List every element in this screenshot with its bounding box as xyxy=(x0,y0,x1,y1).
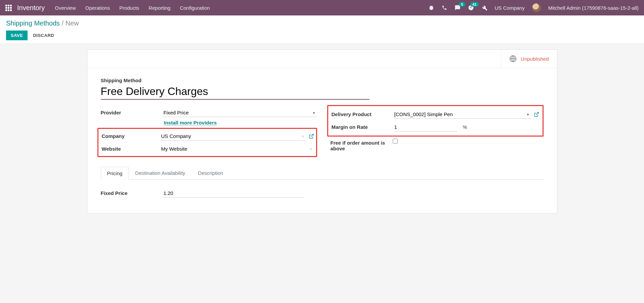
install-providers-link[interactable]: Install more Providers xyxy=(164,120,217,126)
breadcrumb-parent[interactable]: Shipping Methods xyxy=(6,19,60,27)
margin-label: Margin on Rate xyxy=(332,123,394,130)
avatar[interactable] xyxy=(532,3,541,12)
row-delivery-product: Delivery Product ▼ xyxy=(328,108,539,121)
messages-badge: 5 xyxy=(459,2,465,7)
delivery-product-label: Delivery Product xyxy=(332,110,394,117)
row-margin: Margin on Rate % xyxy=(328,121,539,134)
topbar-right: 5 41 US Company Mitchell Admin (17590876… xyxy=(428,3,639,12)
messages-icon[interactable]: 5 xyxy=(455,5,461,11)
control-panel: Shipping Methods / New SAVE DISCARD xyxy=(0,15,644,44)
activities-badge: 41 xyxy=(470,2,478,7)
left-column: Provider ▼ Install more Providers Compan… xyxy=(101,106,317,157)
row-fixed-price: Fixed Price xyxy=(101,187,544,200)
topbar: Inventory Overview Operations Products R… xyxy=(0,0,644,15)
website-select[interactable] xyxy=(161,145,314,153)
nav-overview[interactable]: Overview xyxy=(55,5,76,11)
phone-icon[interactable] xyxy=(442,5,447,10)
free-if-checkbox[interactable] xyxy=(393,139,398,144)
row-website: Website ▼ xyxy=(98,143,314,155)
fixed-price-label: Fixed Price xyxy=(101,189,163,196)
delivery-product-select[interactable] xyxy=(394,110,531,119)
sheet-header: Unpublished xyxy=(87,50,557,68)
sheet-wrap: Unpublished Shipping Method Provider ▼ xyxy=(0,44,644,227)
sheet-body: Shipping Method Provider ▼ Install xyxy=(87,68,557,213)
nav-menu: Overview Operations Products Reporting C… xyxy=(55,5,428,11)
tools-icon[interactable] xyxy=(481,5,487,11)
highlight-company-website: Company ▼ xyxy=(97,128,317,157)
provider-label: Provider xyxy=(101,108,163,115)
right-column: Delivery Product ▼ xyxy=(327,106,544,157)
app-title[interactable]: Inventory xyxy=(17,4,45,12)
nav-reporting[interactable]: Reporting xyxy=(148,5,170,11)
username[interactable]: Mitchell Admin (17590876-saas-15-2-all) xyxy=(548,5,639,11)
provider-select[interactable] xyxy=(163,108,317,117)
form-sheet: Unpublished Shipping Method Provider ▼ xyxy=(87,49,557,213)
publish-status: Unpublished xyxy=(521,56,549,62)
row-company: Company ▼ xyxy=(98,130,314,143)
free-if-label: Free if order amount is above xyxy=(331,139,393,151)
tab-description[interactable]: Description xyxy=(191,166,229,179)
cp-buttons: SAVE DISCARD xyxy=(6,31,638,40)
bug-icon[interactable] xyxy=(428,5,434,11)
publish-toggle[interactable]: Unpublished xyxy=(501,50,557,68)
title-label: Shipping Method xyxy=(101,78,544,83)
company-label: Company xyxy=(98,132,161,139)
tab-pricing[interactable]: Pricing xyxy=(101,167,129,180)
discard-button[interactable]: DISCARD xyxy=(33,33,54,38)
breadcrumb-sep: / xyxy=(62,19,66,27)
website-label: Website xyxy=(98,145,161,152)
form-grid: Provider ▼ Install more Providers Compan… xyxy=(101,106,544,157)
external-link-icon[interactable] xyxy=(534,112,539,117)
nav-operations[interactable]: Operations xyxy=(85,5,110,11)
highlight-delivery-margin: Delivery Product ▼ xyxy=(327,105,544,137)
fixed-price-input[interactable] xyxy=(163,189,304,198)
tab-destination[interactable]: Destination Availability xyxy=(129,166,191,179)
nav-configuration[interactable]: Configuration xyxy=(180,5,210,11)
tab-content-pricing: Fixed Price xyxy=(101,180,544,200)
external-link-icon[interactable] xyxy=(309,134,314,139)
row-free-if: Free if order amount is above xyxy=(327,137,544,153)
margin-unit: % xyxy=(463,124,467,130)
globe-icon xyxy=(509,55,517,62)
margin-input[interactable] xyxy=(394,123,458,132)
company-selector[interactable]: US Company xyxy=(495,5,525,11)
apps-icon[interactable] xyxy=(5,5,12,11)
save-button[interactable]: SAVE xyxy=(6,31,28,40)
activities-icon[interactable]: 41 xyxy=(468,5,474,11)
shipping-method-name-input[interactable] xyxy=(101,85,370,100)
breadcrumb: Shipping Methods / New xyxy=(6,19,638,27)
breadcrumb-current: New xyxy=(66,19,79,27)
tabs: Pricing Destination Availability Descrip… xyxy=(101,166,544,180)
nav-products[interactable]: Products xyxy=(119,5,139,11)
row-provider: Provider ▼ xyxy=(101,106,317,119)
company-select[interactable] xyxy=(161,132,306,141)
